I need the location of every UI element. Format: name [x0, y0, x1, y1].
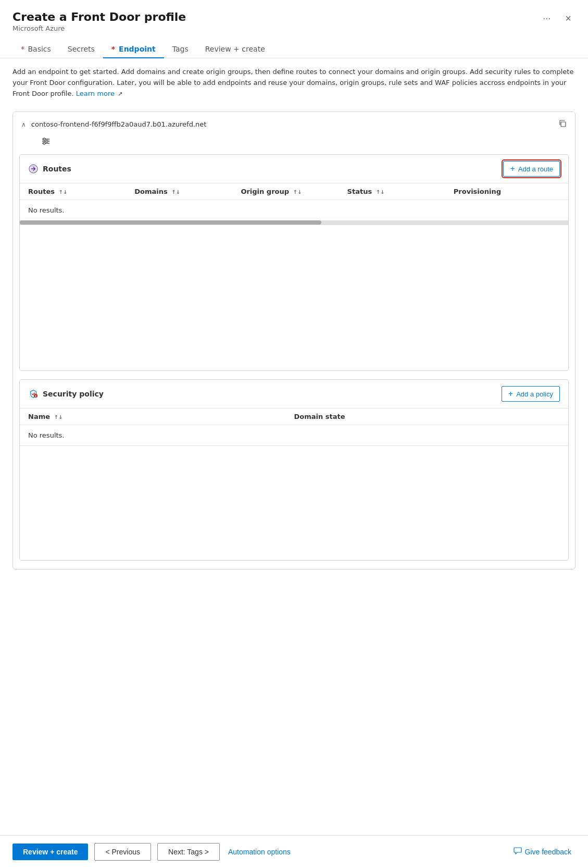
- col-status: Status ↑↓: [347, 188, 454, 195]
- tab-review[interactable]: Review + create: [197, 41, 273, 58]
- ellipsis-button[interactable]: ···: [539, 11, 555, 26]
- tabs-bar: * Basics Secrets * Endpoint Tags Review …: [0, 32, 588, 58]
- col-domains: Domains ↑↓: [134, 188, 241, 195]
- next-button[interactable]: Next: Tags >: [157, 843, 220, 861]
- settings-icon[interactable]: [41, 138, 51, 148]
- tab-review-label: Review + create: [205, 45, 265, 53]
- add-route-label: Add a route: [518, 165, 553, 173]
- settings-row: [13, 137, 575, 154]
- routes-section-header: Routes + Add a route: [20, 155, 568, 183]
- tab-secrets[interactable]: Secrets: [59, 41, 103, 58]
- routes-icon: [28, 164, 39, 174]
- external-link-icon: ↗: [118, 91, 122, 97]
- review-create-button[interactable]: Review + create: [12, 844, 88, 860]
- main-content: ∧ contoso-frontend-f6f9f9ffb2a0aud7.b01.…: [0, 107, 588, 835]
- svg-point-6: [43, 142, 45, 144]
- sort-routes-icon[interactable]: ↑↓: [59, 189, 68, 195]
- plus-icon-policy: +: [508, 389, 513, 399]
- dialog-subtitle: Microsoft Azure: [12, 24, 186, 32]
- endpoint-header: ∧ contoso-frontend-f6f9f9ffb2a0aud7.b01.…: [13, 112, 575, 137]
- footer-right: Give feedback: [509, 845, 576, 859]
- collapse-icon[interactable]: ∧: [21, 121, 26, 128]
- routes-title-left: Routes: [28, 164, 71, 174]
- dialog-title: Create a Front Door profile: [12, 10, 186, 23]
- tab-secrets-label: Secrets: [68, 45, 95, 53]
- security-section: Security policy + Add a policy Name ↑↓ D…: [19, 379, 569, 561]
- add-policy-button[interactable]: + Add a policy: [502, 386, 560, 402]
- svg-point-5: [46, 140, 48, 142]
- security-no-results: No results.: [20, 425, 568, 445]
- tab-basics[interactable]: * Basics: [12, 41, 59, 58]
- add-policy-label: Add a policy: [516, 390, 553, 398]
- dialog-title-block: Create a Front Door profile Microsoft Az…: [12, 10, 186, 32]
- sort-name-icon[interactable]: ↑↓: [54, 414, 63, 420]
- sort-status-icon[interactable]: ↑↓: [376, 189, 385, 195]
- dialog: Create a Front Door profile Microsoft Az…: [0, 0, 588, 868]
- required-star-endpoint: *: [111, 45, 115, 53]
- routes-scroll-bar[interactable]: [20, 220, 568, 225]
- sort-domains-icon[interactable]: ↑↓: [171, 189, 180, 195]
- footer-bar: Review + create < Previous Next: Tags > …: [0, 835, 588, 868]
- routes-scroll-thumb: [20, 220, 321, 225]
- col-origin-group: Origin group ↑↓: [241, 188, 347, 195]
- routes-section: Routes + Add a route Routes ↑↓ Domains ↑…: [19, 154, 569, 371]
- svg-rect-0: [561, 122, 566, 127]
- learn-more-link[interactable]: Learn more: [76, 90, 115, 97]
- tab-endpoint[interactable]: * Endpoint: [103, 41, 164, 58]
- routes-table-body: [20, 225, 568, 370]
- tab-tags[interactable]: Tags: [164, 41, 197, 58]
- feedback-icon: [514, 847, 522, 857]
- endpoint-url: contoso-frontend-f6f9f9ffb2a0aud7.b01.az…: [31, 120, 553, 128]
- tab-basics-label: Basics: [28, 45, 51, 53]
- give-feedback-label: Give feedback: [525, 848, 572, 856]
- security-table-body: [20, 445, 568, 560]
- security-table-header: Name ↑↓ Domain state: [20, 408, 568, 425]
- required-star-basics: *: [21, 45, 24, 53]
- copy-icon[interactable]: [558, 119, 567, 129]
- col-domain-state: Domain state: [294, 413, 560, 420]
- routes-section-title: Routes: [43, 165, 71, 173]
- automation-options-button[interactable]: Automation options: [226, 844, 293, 860]
- col-name: Name ↑↓: [28, 413, 294, 420]
- security-icon: [28, 389, 39, 399]
- routes-no-results: No results.: [20, 200, 568, 220]
- give-feedback-button[interactable]: Give feedback: [509, 845, 576, 859]
- dialog-title-actions: ··· ×: [539, 10, 576, 27]
- plus-icon: +: [510, 164, 515, 173]
- tab-tags-label: Tags: [172, 45, 189, 53]
- endpoint-card: ∧ contoso-frontend-f6f9f9ffb2a0aud7.b01.…: [12, 111, 576, 569]
- col-routes: Routes ↑↓: [28, 188, 134, 195]
- svg-point-4: [43, 138, 45, 140]
- dialog-header: Create a Front Door profile Microsoft Az…: [0, 0, 588, 32]
- description-block: Add an endpoint to get started. Add doma…: [0, 58, 588, 107]
- previous-button[interactable]: < Previous: [94, 843, 151, 861]
- routes-table-header: Routes ↑↓ Domains ↑↓ Origin group ↑↓ Sta…: [20, 183, 568, 200]
- col-provisioning: Provisioning: [454, 188, 560, 195]
- security-section-header: Security policy + Add a policy: [20, 380, 568, 408]
- sort-origin-icon[interactable]: ↑↓: [293, 189, 302, 195]
- security-title-left: Security policy: [28, 389, 104, 399]
- close-button[interactable]: ×: [561, 10, 576, 27]
- add-route-button[interactable]: + Add a route: [503, 161, 560, 177]
- security-section-title: Security policy: [43, 390, 104, 398]
- tab-endpoint-label: Endpoint: [119, 45, 156, 53]
